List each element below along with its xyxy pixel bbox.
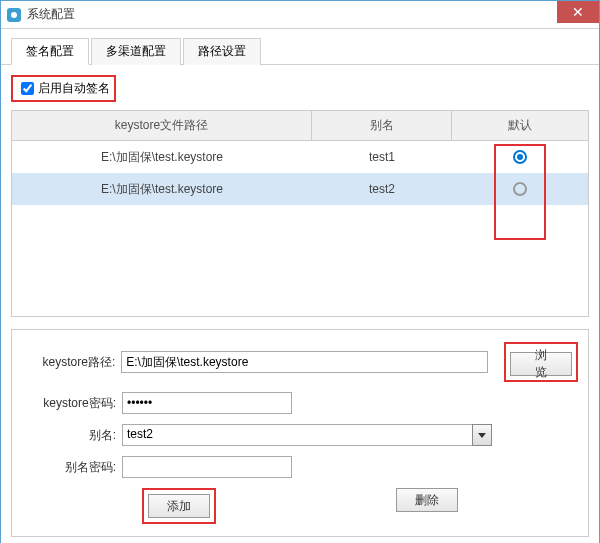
cell-alias: test2 <box>312 182 452 196</box>
auto-sign-label: 启用自动签名 <box>38 80 110 97</box>
tab-content: 启用自动签名 keystore文件路径 别名 默认 E:\加固保\test.ke… <box>1 65 599 543</box>
window-title: 系统配置 <box>27 6 75 23</box>
table-body: E:\加固保\test.keystore test1 E:\加固保\test.k… <box>12 141 588 316</box>
keystore-password-input[interactable] <box>122 392 292 414</box>
chevron-down-icon <box>478 433 486 438</box>
alias-dropdown-button[interactable] <box>472 424 492 446</box>
table-row[interactable]: E:\加固保\test.keystore test1 <box>12 141 588 173</box>
app-icon <box>7 8 21 22</box>
cell-path: E:\加固保\test.keystore <box>12 181 312 198</box>
th-path: keystore文件路径 <box>12 111 312 140</box>
delete-button[interactable]: 删除 <box>396 488 458 512</box>
tab-signature[interactable]: 签名配置 <box>11 38 89 65</box>
config-window: 系统配置 ✕ 签名配置 多渠道配置 路径设置 启用自动签名 keystore文件… <box>0 0 600 543</box>
cell-path: E:\加固保\test.keystore <box>12 149 312 166</box>
alias-password-input[interactable] <box>122 456 292 478</box>
add-button[interactable]: 添加 <box>148 494 210 518</box>
tab-pathsettings[interactable]: 路径设置 <box>183 38 261 65</box>
auto-sign-checkbox[interactable] <box>21 82 34 95</box>
alias-pwd-label: 别名密码: <box>22 459 122 476</box>
browse-button[interactable]: 浏览 <box>510 352 572 376</box>
auto-sign-checkbox-row[interactable]: 启用自动签名 <box>11 75 116 102</box>
path-label: keystore路径: <box>22 354 121 371</box>
titlebar: 系统配置 ✕ <box>1 1 599 29</box>
table-header: keystore文件路径 别名 默认 <box>12 111 588 141</box>
tab-bar: 签名配置 多渠道配置 路径设置 <box>1 29 599 65</box>
tab-multichannel[interactable]: 多渠道配置 <box>91 38 181 65</box>
alias-select-text: test2 <box>122 424 472 446</box>
th-alias: 别名 <box>312 111 452 140</box>
th-default: 默认 <box>452 111 588 140</box>
close-button[interactable]: ✕ <box>557 1 599 23</box>
keystore-table: keystore文件路径 别名 默认 E:\加固保\test.keystore … <box>11 110 589 317</box>
keystore-form: keystore路径: 浏览 keystore密码: 别名: test2 别名密… <box>11 329 589 537</box>
cell-alias: test1 <box>312 150 452 164</box>
pwd-label: keystore密码: <box>22 395 122 412</box>
alias-select[interactable]: test2 <box>122 424 492 446</box>
cell-default <box>452 150 588 164</box>
keystore-path-input[interactable] <box>121 351 488 373</box>
alias-label: 别名: <box>22 427 122 444</box>
